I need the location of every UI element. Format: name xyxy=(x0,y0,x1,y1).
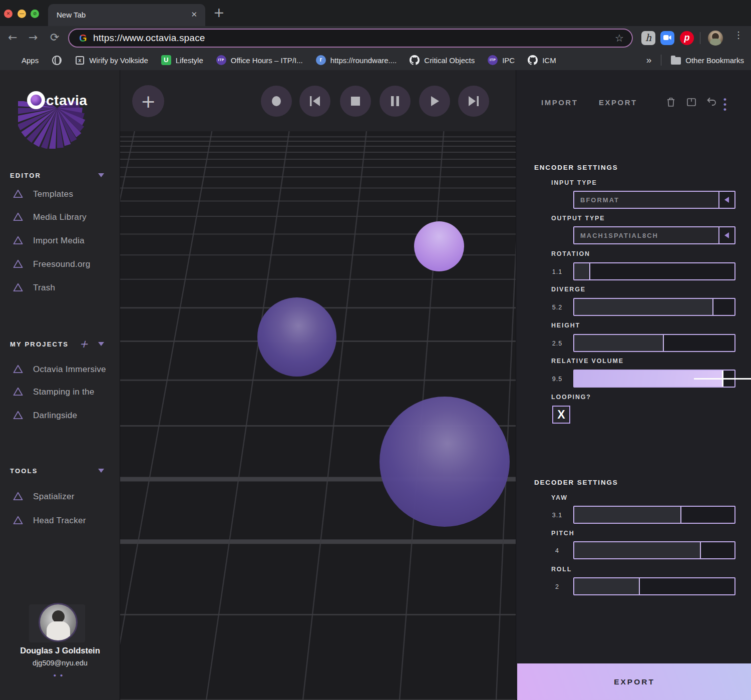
projects-section-header[interactable]: MY PROJECTS + xyxy=(10,340,110,348)
rotation-label: ROTATION xyxy=(551,250,590,257)
sidebar-item-freesound[interactable]: Freesound.org xyxy=(0,257,120,272)
reload-icon[interactable]: ⟳ xyxy=(50,31,59,44)
height-value: 2.5 xyxy=(546,340,568,347)
rotation-slider[interactable] xyxy=(573,262,735,280)
sidebar-item-spatializer[interactable]: Spatializer xyxy=(0,490,120,505)
audio-object-sphere[interactable] xyxy=(257,297,336,377)
url-text[interactable]: https://www.octavia.space xyxy=(93,33,205,44)
sidebar-item-import-media[interactable]: Import Media xyxy=(0,234,120,249)
folder-icon xyxy=(671,57,681,65)
skip-end-icon xyxy=(468,96,480,107)
export-button[interactable]: EXPORT xyxy=(517,663,751,700)
pitch-slider[interactable] xyxy=(573,541,735,559)
user-email: djg509@nyu.edu xyxy=(0,659,120,667)
tools-section-header[interactable]: TOOLS xyxy=(10,467,110,475)
other-bookmarks-folder[interactable]: Other Bookmarks xyxy=(671,55,744,65)
bookmark-apps[interactable]: Apps xyxy=(7,55,39,65)
skip-start-button[interactable] xyxy=(299,86,330,117)
relative-volume-label: RELATIVE VOLUME xyxy=(551,358,624,365)
bookmark-lifestyle[interactable]: U Lifestyle xyxy=(161,55,203,65)
zoom-window-button[interactable]: ⊘ xyxy=(31,10,39,18)
add-project-icon[interactable]: + xyxy=(79,338,89,350)
octavia-o-icon xyxy=(27,91,45,109)
dropdown-arrow-icon[interactable] xyxy=(718,227,734,243)
audio-object-sphere[interactable] xyxy=(380,397,510,527)
yaw-slider[interactable] xyxy=(573,506,735,524)
roll-slider[interactable] xyxy=(573,577,735,595)
looping-checkbox[interactable]: X xyxy=(552,406,570,424)
minimize-window-button[interactable]: — xyxy=(18,10,26,18)
save-icon[interactable] xyxy=(686,97,697,108)
triangle-icon xyxy=(13,212,23,221)
sidebar-item-octavia-immersive[interactable]: Octavia Immersive xyxy=(0,363,120,378)
address-bar[interactable]: G https://www.octavia.space ☆ xyxy=(68,29,633,48)
triangle-icon xyxy=(13,189,23,198)
toolbar-divider xyxy=(700,32,700,44)
bookmark-star-icon[interactable]: ☆ xyxy=(615,32,624,44)
sidebar-item-stamping[interactable]: Stamping in the xyxy=(0,385,120,400)
record-button[interactable] xyxy=(261,86,292,117)
output-type-value: MACH1SPATIAL8CH xyxy=(580,232,658,239)
audio-object-sphere[interactable] xyxy=(414,221,464,271)
chevron-down-icon[interactable] xyxy=(98,342,104,346)
bookmark-wirify[interactable]: x Wirify by Volkside xyxy=(75,55,148,65)
height-label: HEIGHT xyxy=(551,322,580,329)
close-window-button[interactable]: ✕ xyxy=(4,10,13,18)
new-tab-button[interactable]: + xyxy=(213,5,225,20)
trash-icon[interactable] xyxy=(665,97,676,108)
u-square-icon: U xyxy=(161,55,171,65)
honey-extension-icon[interactable]: h xyxy=(641,31,655,45)
bookmark-roundware[interactable]: r https://roundware.... xyxy=(316,55,397,65)
back-icon[interactable]: ← xyxy=(8,31,17,44)
play-button[interactable] xyxy=(419,86,450,117)
zoom-extension-icon[interactable] xyxy=(660,31,674,45)
sidebar-item-darlingside[interactable]: Darlingside xyxy=(0,409,120,424)
input-type-dropdown[interactable]: BFORMAT xyxy=(573,191,735,209)
sidebar-item-media-library[interactable]: Media Library xyxy=(0,210,120,225)
canvas-toolbar: + xyxy=(120,70,516,131)
bookmarks-divider xyxy=(661,55,661,66)
forward-icon[interactable]: → xyxy=(29,31,38,44)
bookmark-ipc[interactable]: ITP IPC xyxy=(488,55,515,65)
bookmark-office-hours[interactable]: ITP Office Hours – ITP/I... xyxy=(216,55,303,65)
bookmark-icm[interactable]: ICM xyxy=(528,55,556,65)
browser-window: ✕ — ⊘ New Tab ✕ + ← → ⟳ G https://www.oc… xyxy=(0,0,751,700)
roundware-icon: r xyxy=(316,55,326,65)
pause-button[interactable] xyxy=(380,86,411,117)
sidebar-item-templates[interactable]: Templates xyxy=(0,187,120,202)
play-icon xyxy=(430,96,440,107)
skip-start-icon xyxy=(309,96,321,107)
tab-import[interactable]: IMPORT xyxy=(541,98,578,107)
bookmark-critical-objects[interactable]: Critical Objects xyxy=(410,55,475,65)
stop-button[interactable] xyxy=(340,86,371,117)
user-avatar[interactable] xyxy=(39,603,78,642)
diverge-slider[interactable] xyxy=(573,298,735,316)
height-slider[interactable] xyxy=(573,334,735,352)
browser-tab[interactable]: New Tab ✕ xyxy=(48,4,205,26)
browser-profile-avatar[interactable] xyxy=(708,31,723,46)
tab-export[interactable]: EXPORT xyxy=(599,98,637,107)
output-type-dropdown[interactable]: MACH1SPATIAL8CH xyxy=(573,226,735,244)
bookmark-globe[interactable] xyxy=(52,55,62,65)
browser-menu-icon[interactable]: ⋮ xyxy=(734,32,743,38)
canvas-stage[interactable]: + xyxy=(120,70,516,700)
bookmarks-overflow-chevron[interactable]: » xyxy=(646,55,652,66)
chevron-down-icon[interactable] xyxy=(98,469,104,473)
add-object-button[interactable]: + xyxy=(132,85,164,117)
tab-close-icon[interactable]: ✕ xyxy=(191,10,197,19)
github-icon xyxy=(528,55,538,65)
skip-end-button[interactable] xyxy=(458,86,489,117)
encoder-settings-title: ENCODER SETTINGS xyxy=(534,164,618,171)
sidebar-item-head-tracker[interactable]: Head Tracker xyxy=(0,514,120,529)
sidebar-item-trash[interactable]: Trash xyxy=(0,281,120,296)
chevron-down-icon[interactable] xyxy=(98,173,104,177)
pinterest-extension-icon[interactable]: p xyxy=(680,31,694,45)
looping-label: LOOPING? xyxy=(551,394,591,401)
triangle-icon xyxy=(13,516,23,525)
octavia-logo[interactable]: ctavia xyxy=(18,91,106,149)
dropdown-arrow-icon[interactable] xyxy=(718,192,734,208)
editor-section-header[interactable]: EDITOR xyxy=(10,172,110,179)
undo-icon[interactable] xyxy=(706,97,717,108)
panel-menu-icon[interactable]: ••• xyxy=(723,97,726,112)
pager-dots[interactable]: •• xyxy=(0,671,120,679)
